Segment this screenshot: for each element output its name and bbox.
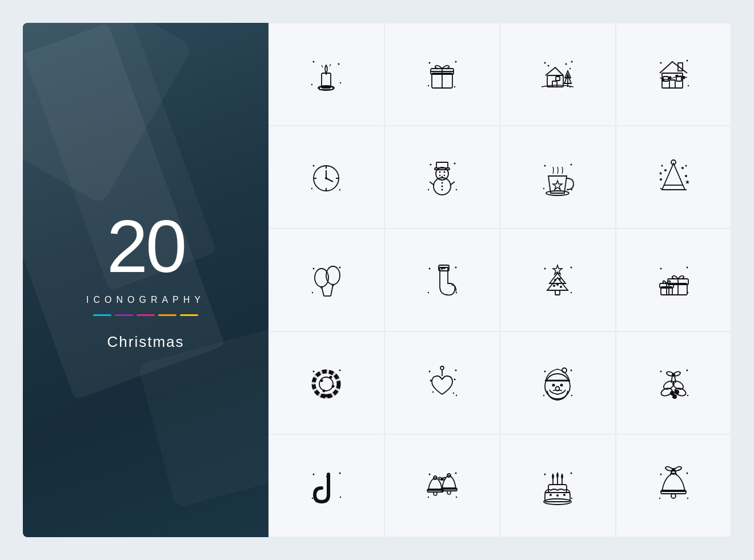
svg-point-195 xyxy=(660,474,661,475)
icon-cell-balloons[interactable] xyxy=(268,229,384,331)
icon-cell-wreath[interactable] xyxy=(268,331,384,434)
svg-point-55 xyxy=(456,189,457,190)
svg-point-174 xyxy=(456,497,457,498)
icon-cell-santa[interactable] xyxy=(500,331,616,434)
svg-line-47 xyxy=(326,178,333,182)
svg-point-183 xyxy=(544,474,546,475)
icon-cell-bell-bow[interactable] xyxy=(616,434,732,537)
svg-point-181 xyxy=(447,491,451,494)
svg-line-69 xyxy=(430,182,434,185)
svg-point-68 xyxy=(441,189,443,191)
main-container: 20 ICONOGRAPHY Christmas xyxy=(23,23,731,537)
icon-grid: ★ ★ xyxy=(268,23,731,537)
svg-point-116 xyxy=(556,283,559,286)
svg-point-115 xyxy=(560,286,562,288)
icon-cell-hanging-lights[interactable] xyxy=(616,23,732,126)
svg-point-175 xyxy=(428,497,429,498)
svg-point-135 xyxy=(323,390,326,393)
svg-point-29 xyxy=(569,68,571,69)
icon-cell-bells[interactable] xyxy=(384,434,500,537)
svg-point-106 xyxy=(571,267,572,269)
svg-point-105 xyxy=(544,268,546,270)
svg-point-65 xyxy=(444,175,445,176)
svg-point-141 xyxy=(430,380,431,382)
svg-point-28 xyxy=(566,63,567,65)
icon-cell-candle[interactable] xyxy=(268,23,384,126)
icon-cell-snowy-house[interactable] xyxy=(500,23,616,126)
svg-point-101 xyxy=(428,292,429,293)
svg-point-145 xyxy=(544,371,546,373)
svg-point-133 xyxy=(330,376,332,379)
icon-cell-snowman[interactable] xyxy=(384,126,500,229)
svg-point-107 xyxy=(571,292,572,293)
svg-point-144 xyxy=(453,393,454,394)
svg-marker-81 xyxy=(662,163,685,190)
svg-point-167 xyxy=(672,394,677,399)
svg-point-62 xyxy=(443,171,445,173)
svg-point-117 xyxy=(660,268,661,270)
svg-rect-111 xyxy=(555,290,560,295)
svg-point-172 xyxy=(428,474,430,475)
svg-point-194 xyxy=(563,494,566,496)
icon-cell-gifts[interactable] xyxy=(616,229,732,331)
svg-point-43 xyxy=(339,189,340,190)
svg-point-91 xyxy=(339,267,341,269)
icon-cell-mistletoe[interactable] xyxy=(616,331,732,434)
svg-point-193 xyxy=(556,494,559,497)
svg-point-86 xyxy=(685,175,687,177)
svg-point-184 xyxy=(571,473,572,474)
icon-cell-cake[interactable] xyxy=(500,434,616,537)
icon-cell-clock[interactable] xyxy=(268,126,384,229)
svg-point-198 xyxy=(659,498,660,499)
svg-point-32 xyxy=(688,85,689,86)
svg-line-160 xyxy=(675,376,676,383)
svg-point-142 xyxy=(454,379,455,381)
svg-point-90 xyxy=(313,268,315,270)
svg-line-8 xyxy=(322,65,323,67)
icon-cell-candy-cane[interactable] xyxy=(268,434,384,537)
svg-point-157 xyxy=(687,395,688,396)
svg-point-185 xyxy=(571,498,572,499)
icon-cell-christmas-tree[interactable] xyxy=(500,229,616,331)
svg-text:★: ★ xyxy=(659,171,663,176)
svg-point-138 xyxy=(456,395,457,396)
color-bars xyxy=(93,314,198,316)
svg-point-1 xyxy=(338,63,340,65)
svg-point-112 xyxy=(554,279,556,281)
svg-point-103 xyxy=(441,267,443,270)
left-panel: 20 ICONOGRAPHY Christmas xyxy=(23,23,268,537)
svg-point-113 xyxy=(559,278,561,280)
svg-point-118 xyxy=(686,267,688,269)
svg-point-74 xyxy=(543,188,544,189)
svg-rect-187 xyxy=(545,493,570,502)
svg-point-11 xyxy=(455,61,456,63)
svg-point-67 xyxy=(441,186,443,187)
svg-point-61 xyxy=(439,171,440,173)
icon-cell-hot-drink[interactable] xyxy=(500,126,616,229)
svg-point-131 xyxy=(325,394,328,397)
color-bar-1 xyxy=(93,314,111,316)
svg-point-71 xyxy=(544,165,546,167)
svg-rect-199 xyxy=(661,490,686,494)
svg-point-168 xyxy=(313,474,315,475)
svg-point-147 xyxy=(571,395,572,396)
color-bar-2 xyxy=(115,314,133,316)
icon-cell-heart-ornament[interactable] xyxy=(384,331,500,434)
svg-point-2 xyxy=(340,82,341,83)
svg-point-127 xyxy=(339,370,341,371)
svg-point-173 xyxy=(455,473,456,474)
svg-point-44 xyxy=(311,188,312,189)
svg-point-63 xyxy=(439,175,440,176)
svg-point-146 xyxy=(571,370,572,371)
icon-cell-party-hat[interactable]: ★ ★ xyxy=(616,126,732,229)
svg-point-31 xyxy=(686,60,688,62)
icon-cell-stocking[interactable] xyxy=(384,229,500,331)
svg-point-171 xyxy=(312,498,313,499)
icon-cell-gift[interactable] xyxy=(384,23,500,126)
svg-point-136 xyxy=(428,371,430,373)
svg-point-178 xyxy=(434,492,437,495)
svg-point-10 xyxy=(428,62,430,64)
svg-point-197 xyxy=(687,498,688,499)
svg-point-151 xyxy=(552,384,555,387)
svg-point-53 xyxy=(430,164,431,166)
